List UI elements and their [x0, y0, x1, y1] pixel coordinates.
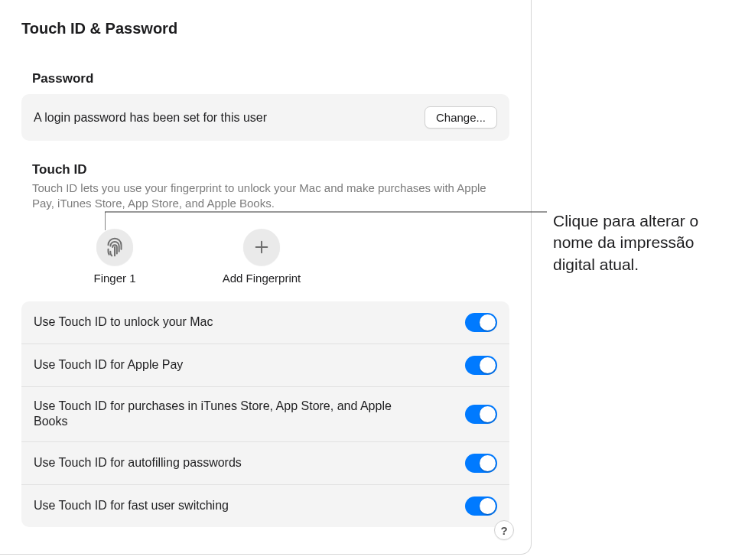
password-section: Password A login password has been set f… [0, 71, 531, 527]
help-button[interactable]: ? [494, 520, 514, 540]
touchid-heading: Touch ID [21, 162, 509, 177]
password-heading: Password [21, 71, 509, 86]
add-fingerprint-label: Add Fingerprint [223, 272, 301, 285]
password-card: A login password has been set for this u… [21, 94, 509, 141]
touchid-toggle-list: Use Touch ID to unlock your Mac Use Touc… [21, 301, 509, 528]
fingerprint-list: Finger 1 Add Fingerprint [21, 229, 509, 285]
toggle-row-autofill: Use Touch ID for autofilling passwords [21, 442, 509, 485]
toggle-row-fast-user-switching: Use Touch ID for fast user switching [21, 485, 509, 527]
page-title: Touch ID & Password [0, 0, 531, 37]
fingerprint-icon [96, 229, 133, 265]
toggle-label: Use Touch ID to unlock your Mac [34, 314, 213, 330]
fingerprint-label: Finger 1 [93, 272, 135, 285]
plus-icon [243, 229, 280, 265]
password-row: A login password has been set for this u… [34, 106, 497, 129]
toggle-row-unlock-mac: Use Touch ID to unlock your Mac [21, 301, 509, 344]
toggle-label: Use Touch ID for fast user switching [34, 498, 229, 514]
password-status-text: A login password has been set for this u… [34, 111, 267, 125]
add-fingerprint-button[interactable]: Add Fingerprint [216, 229, 307, 285]
toggle-label: Use Touch ID for autofilling passwords [34, 455, 242, 471]
toggle-row-apple-pay: Use Touch ID for Apple Pay [21, 344, 509, 387]
touchid-description: Touch ID lets you use your fingerprint t… [21, 181, 509, 212]
toggle-label: Use Touch ID for purchases in iTunes Sto… [34, 399, 424, 431]
callout-text: Clique para alterar o nome da impressão … [553, 210, 729, 275]
toggle-label: Use Touch ID for Apple Pay [34, 357, 183, 373]
toggle-switch-apple-pay[interactable] [465, 356, 497, 375]
toggle-switch-fast-user-switching[interactable] [465, 497, 497, 516]
change-password-button[interactable]: Change... [425, 106, 497, 129]
toggle-switch-autofill[interactable] [465, 454, 497, 473]
toggle-switch-unlock-mac[interactable] [465, 313, 497, 332]
toggle-row-purchases: Use Touch ID for purchases in iTunes Sto… [21, 387, 509, 443]
fingerprint-item-finger1[interactable]: Finger 1 [69, 229, 161, 285]
toggle-switch-purchases[interactable] [465, 405, 497, 424]
settings-panel: Touch ID & Password Password A login pas… [0, 0, 532, 555]
